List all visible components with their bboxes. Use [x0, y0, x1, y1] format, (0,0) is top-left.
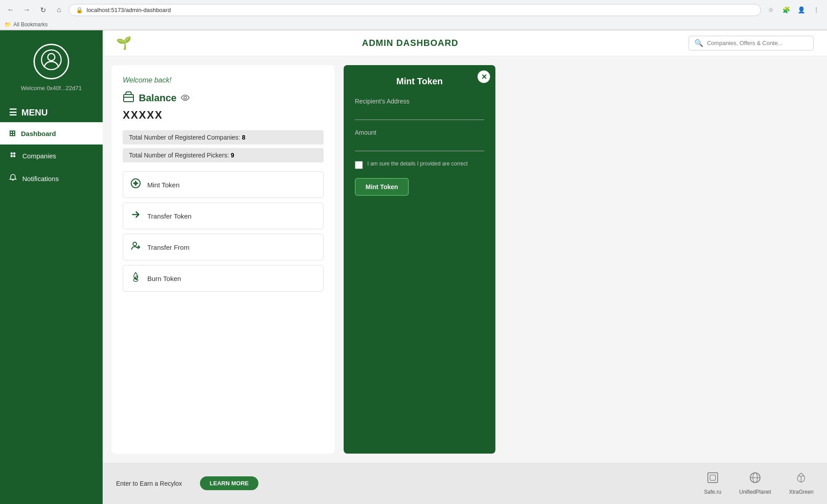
learn-more-button[interactable]: LEARN MORE	[200, 476, 258, 490]
xtra-green-icon	[795, 471, 807, 487]
back-button[interactable]: ←	[4, 4, 17, 16]
action-transfer-token[interactable]: Transfer Token	[123, 202, 324, 229]
bookmarks-bar: 📁 All Bookmarks	[0, 20, 827, 30]
forward-button[interactable]: →	[21, 4, 33, 16]
svg-point-2	[11, 153, 13, 155]
partner-xtra-green-name: XtraGreen	[789, 489, 814, 495]
action-burn-token[interactable]: Burn Token	[123, 265, 324, 292]
menu-button[interactable]: ⋮	[810, 4, 823, 16]
action-transfer-from[interactable]: Transfer From	[123, 234, 324, 260]
confirmation-row: I am sure the details I provided are cor…	[355, 160, 484, 169]
partner-unified-planet: UnifiedPlanet	[739, 471, 771, 495]
sidebar-item-label-companies: Companies	[22, 152, 56, 160]
svg-point-4	[11, 155, 13, 157]
svg-rect-15	[710, 475, 715, 480]
reload-button[interactable]: ↻	[37, 4, 49, 16]
url-text: localhost:5173/admin-dashboard	[87, 7, 171, 13]
app-container: Welcome 0x40f...22d71 ☰ MENU ⊞ Dashboard	[0, 30, 827, 504]
header-logo: 🌱	[116, 36, 132, 50]
stats-container: Total Number of Registered Companies: 8 …	[123, 130, 324, 162]
balance-title: Balance	[139, 92, 176, 104]
recipient-input[interactable]	[355, 108, 484, 120]
burn-token-icon	[130, 272, 141, 285]
stat-pickers: Total Number of Registered Pickers: 9	[123, 148, 324, 162]
balance-icon	[123, 91, 134, 105]
amount-label: Amount	[355, 129, 484, 136]
action-mint-token-label: Mint Token	[147, 181, 179, 189]
search-input[interactable]	[707, 40, 808, 46]
stat-pickers-label: Total Number of Registered Pickers:	[129, 152, 229, 159]
balance-header: Balance	[123, 91, 324, 105]
mint-token-icon	[130, 178, 141, 191]
confirmation-checkbox[interactable]	[355, 161, 363, 169]
safe-icon	[706, 471, 719, 487]
mint-token-modal: ✕ Mint Token Recipient's Address Amount …	[344, 65, 495, 454]
companies-icon	[9, 151, 17, 161]
transfer-from-icon	[130, 240, 141, 254]
bookmark-star-button[interactable]: ☆	[765, 4, 777, 16]
browser-chrome: ← → ↻ ⌂ 🔒 localhost:5173/admin-dashboard…	[0, 0, 827, 30]
user-avatar-icon	[41, 49, 62, 74]
footer-cta-text: Enter to Earn a Recylox	[116, 480, 182, 487]
action-transfer-from-label: Transfer From	[147, 244, 189, 251]
partner-unified-planet-name: UnifiedPlanet	[739, 489, 771, 495]
sidebar-item-label-notifications: Notifications	[22, 175, 59, 182]
recipient-label: Recipient's Address	[355, 98, 484, 105]
action-mint-token[interactable]: Mint Token	[123, 171, 324, 198]
extensions-button[interactable]: 🧩	[780, 4, 792, 16]
svg-point-3	[13, 153, 16, 155]
action-burn-token-label: Burn Token	[147, 275, 181, 282]
sidebar-menu-header: ☰ MENU	[0, 100, 103, 122]
amount-input[interactable]	[355, 140, 484, 151]
profile-button[interactable]: 👤	[795, 4, 807, 16]
balance-value: XXXXX	[123, 109, 324, 121]
header: 🌱 ADMIN DASHBOARD 🔍	[103, 30, 827, 56]
sidebar-item-companies[interactable]: Companies	[0, 145, 103, 167]
welcome-address: Welcome 0x40f...22d71	[21, 85, 82, 91]
sidebar-nav: ⊞ Dashboard Companies	[0, 122, 103, 190]
svg-rect-14	[708, 473, 718, 483]
header-search[interactable]: 🔍	[689, 36, 814, 50]
svg-point-11	[133, 242, 137, 246]
modal-close-button[interactable]: ✕	[478, 70, 490, 83]
action-list: Mint Token Transfer Token	[123, 171, 324, 292]
footer: Enter to Earn a Recylox LEARN MORE Safe.…	[103, 463, 827, 504]
eye-icon[interactable]	[181, 94, 190, 103]
stat-companies: Total Number of Registered Companies: 8	[123, 130, 324, 145]
sidebar-item-dashboard[interactable]: ⊞ Dashboard	[0, 122, 103, 145]
logo-icon: 🌱	[116, 36, 132, 50]
stat-pickers-value: 9	[231, 152, 234, 159]
browser-toolbar: ← → ↻ ⌂ 🔒 localhost:5173/admin-dashboard…	[0, 0, 827, 20]
menu-label: MENU	[21, 107, 48, 118]
partner-safe: Safe.ru	[704, 471, 722, 495]
avatar	[33, 44, 69, 79]
home-button[interactable]: ⌂	[53, 4, 65, 16]
svg-point-5	[13, 155, 16, 157]
partner-xtra-green: XtraGreen	[789, 471, 814, 495]
hamburger-icon[interactable]: ☰	[9, 107, 17, 118]
welcome-back-text: Welcome back!	[123, 76, 324, 84]
bookmarks-label: All Bookmarks	[13, 21, 48, 28]
sidebar-item-notifications[interactable]: Notifications	[0, 167, 103, 190]
svg-rect-6	[124, 95, 133, 102]
action-transfer-token-label: Transfer Token	[147, 212, 191, 220]
sidebar: Welcome 0x40f...22d71 ☰ MENU ⊞ Dashboard	[0, 30, 103, 504]
transfer-token-icon	[130, 209, 141, 223]
notifications-icon	[9, 174, 17, 184]
svg-point-1	[48, 54, 55, 61]
search-icon: 🔍	[694, 39, 703, 47]
svg-point-8	[184, 96, 187, 99]
stat-companies-label: Total Number of Registered Companies:	[129, 134, 240, 141]
lock-icon: 🔒	[76, 7, 83, 13]
modal-title: Mint Token	[355, 76, 484, 87]
amount-field: Amount	[355, 129, 484, 151]
footer-partners: Safe.ru UnifiedPlanet	[704, 471, 814, 495]
mint-token-button[interactable]: Mint Token	[355, 178, 409, 196]
address-bar[interactable]: 🔒 localhost:5173/admin-dashboard	[69, 4, 761, 16]
recipient-field: Recipient's Address	[355, 98, 484, 120]
dashboard-area: Welcome back! Balance	[103, 56, 827, 463]
confirmation-label: I am sure the details I provided are cor…	[367, 160, 468, 168]
main-panel: Welcome back! Balance	[112, 65, 335, 454]
stat-companies-value: 8	[242, 134, 245, 141]
bookmarks-icon: 📁	[4, 21, 11, 28]
